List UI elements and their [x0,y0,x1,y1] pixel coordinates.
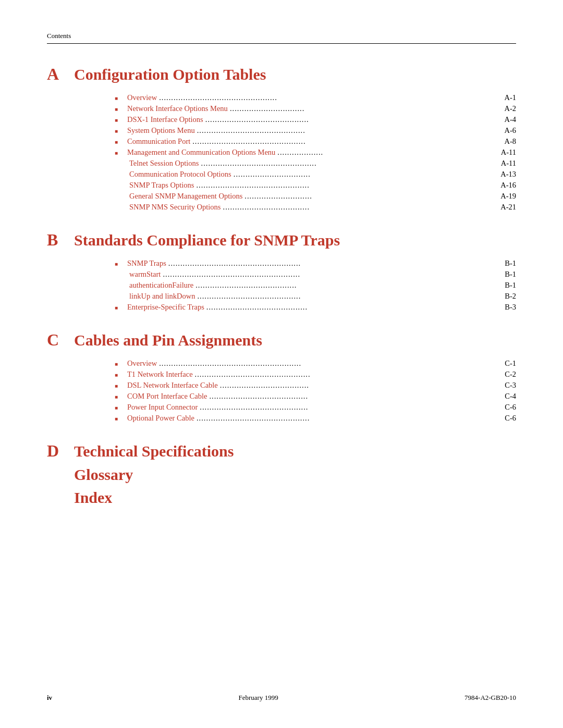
toc-item[interactable]: Telnet Session Options..................… [129,159,516,168]
toc-dots: ........................................… [201,159,499,168]
toc-item[interactable]: ■Communication Port.....................… [115,137,516,146]
toc-item[interactable]: ■Power Input Connector..................… [115,403,516,412]
toc-page-number: A-21 [500,203,516,212]
toc-item[interactable]: ■SNMP Traps.............................… [115,259,516,268]
toc-page-number: B-1 [505,259,516,268]
toc-dots: ........................................… [195,370,503,379]
toc-item[interactable]: ■Network Interface Options Menu.........… [115,104,516,113]
toc-page-number: A-13 [500,170,516,179]
toc-list: ■Overview...............................… [115,93,516,212]
toc-link-text[interactable]: authenticationFailure [129,281,193,290]
toc-page-number: A-16 [500,181,516,190]
toc-link-text[interactable]: Telnet Session Options [129,159,199,168]
toc-item[interactable]: ■Overview...............................… [115,93,516,102]
toc-link-text[interactable]: System Options Menu [127,126,195,135]
toc-page-number: B-2 [505,292,516,301]
toc-bullet-icon: ■ [115,150,122,156]
toc-item[interactable]: SNMP NMS Security Options...............… [129,203,516,212]
toc-dots: ........................................… [209,392,503,401]
toc-item[interactable]: warmStart...............................… [129,270,516,279]
toc-dots: .................................... [223,203,499,212]
header-bar: Contents [47,31,516,44]
toc-bullet-icon: ■ [115,394,122,400]
toc-link-text[interactable]: COM Port Interface Cable [127,392,207,401]
toc-item[interactable]: ■Enterprise-Specific Traps..............… [115,303,516,312]
toc-link-text[interactable]: SNMP Traps Options [129,181,194,190]
toc-item[interactable]: ■System Options Menu....................… [115,126,516,135]
toc-item[interactable]: ■Overview...............................… [115,359,516,368]
toc-item[interactable]: SNMP Traps Options......................… [129,181,516,190]
toc-page-number: A-8 [504,137,516,146]
toc-page-number: B-3 [505,303,516,312]
toc-page-number: C-3 [505,381,516,390]
toc-link-text[interactable]: Management and Communication Options Men… [127,148,275,157]
toc-item[interactable]: ■COM Port Interface Cable...............… [115,392,516,401]
toc-link-text[interactable]: Overview [127,359,157,368]
toc-item[interactable]: ■Optional Power Cable...................… [115,414,516,423]
toc-page-number: C-4 [505,392,516,401]
toc-bullet-icon: ■ [115,361,122,367]
page: Contents AConfiguration Option Tables■Ov… [0,0,563,553]
toc-page-number: B-1 [505,270,516,279]
toc-page-number: C-6 [505,403,516,412]
toc-dots: ........................................… [197,126,503,135]
toc-link-text[interactable]: DSL Network Interface Cable [127,381,218,390]
toc-item[interactable]: General SNMP Management Options.........… [129,192,516,201]
toc-dots: ..................................... [220,381,503,390]
toc-dots: ........................................… [197,292,503,301]
toc-bullet-icon: ■ [115,416,122,422]
section-letter: C [47,330,63,350]
standalone-title[interactable]: Index [74,489,112,507]
standalone-section: DTechnical Specifications [47,441,516,461]
toc-bullet-icon: ■ [115,128,122,134]
toc-page-number: A-6 [504,126,516,135]
toc-item[interactable]: ■Management and Communication Options Me… [115,148,516,157]
toc-dots: ............................... [230,104,503,113]
toc-section: BStandards Compliance for SNMP Traps■SNM… [47,230,516,312]
toc-link-text[interactable]: Network Interface Options Menu [127,104,228,113]
toc-link-text[interactable]: SNMP Traps [127,259,166,268]
toc-list: ■Overview...............................… [115,359,516,423]
toc-link-text[interactable]: Power Input Connector [127,403,198,412]
toc-item[interactable]: ■DSL Network Interface Cable............… [115,381,516,390]
footer-doc-number: 7984-A2-GB20-10 [464,694,516,702]
toc-bullet-icon: ■ [115,405,122,411]
toc-link-text[interactable]: Enterprise-Specific Traps [127,303,204,312]
toc-link-text[interactable]: SNMP NMS Security Options [129,203,221,212]
toc-bullet-icon: ■ [115,261,122,267]
toc-item[interactable]: ■T1 Network Interface...................… [115,370,516,379]
standalone-title[interactable]: Technical Specifications [74,442,234,460]
toc-link-text[interactable]: Communication Port [127,137,190,146]
toc-bullet-icon: ■ [115,117,122,123]
toc-dots: ........................................… [159,93,502,102]
toc-link-text[interactable]: warmStart [129,270,161,279]
toc-dots: ........................................… [159,359,503,368]
toc-link-text[interactable]: linkUp and linkDown [129,292,195,301]
toc-dots: ........................................… [205,115,503,124]
section-heading: AConfiguration Option Tables [47,65,516,84]
toc-link-text[interactable]: DSX-1 Interface Options [127,115,203,124]
toc-item[interactable]: linkUp and linkDown.....................… [129,292,516,301]
toc-page-number: C-6 [505,414,516,423]
toc-link-text[interactable]: Overview [127,93,157,102]
toc-link-text[interactable]: Communication Protocol Options [129,170,231,179]
toc-item[interactable]: authenticationFailure...................… [129,281,516,290]
toc-item[interactable]: Communication Protocol Options..........… [129,170,516,179]
toc-dots: ................................ [234,170,498,179]
toc-dots: ........................................… [200,403,503,412]
toc-link-text[interactable]: General SNMP Management Options [129,192,242,201]
toc-page-number: A-11 [501,159,516,168]
standalone-section: Index [47,489,516,507]
standalone-title[interactable]: Glossary [74,466,133,484]
toc-link-text[interactable]: T1 Network Interface [127,370,193,379]
standalone-sections: DTechnical SpecificationsGlossaryIndex [47,441,516,507]
section-heading: BStandards Compliance for SNMP Traps [47,230,516,250]
toc-link-text[interactable]: Optional Power Cable [127,414,194,423]
toc-dots: ........................................… [192,137,502,146]
toc-page-number: C-1 [505,359,516,368]
toc-page-number: C-2 [505,370,516,379]
toc-bullet-icon: ■ [115,106,122,112]
toc-item[interactable]: ■DSX-1 Interface Options................… [115,115,516,124]
section-letter: B [47,230,63,250]
standalone-section: Glossary [47,466,516,484]
